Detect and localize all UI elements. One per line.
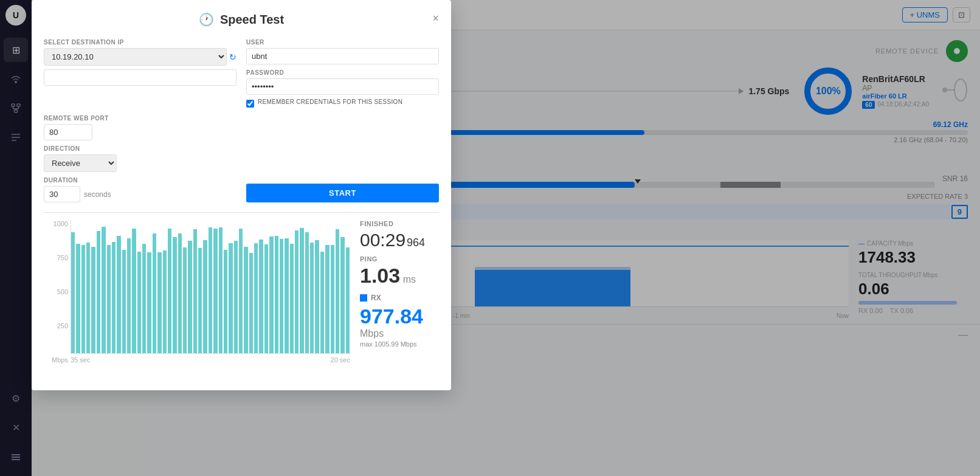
duration-unit: seconds (84, 190, 111, 199)
results-area: 1000 750 500 250 Mbps 35 sec 20 sec FINI… (44, 220, 439, 378)
chart-bar (234, 241, 238, 353)
ping-value: 1.03 (360, 264, 400, 287)
chart-bar (244, 247, 247, 353)
chart-bar (153, 233, 156, 353)
chart-bar (300, 228, 303, 353)
chart-bar (331, 245, 334, 353)
chart-bar (188, 241, 192, 354)
rx-color-box (360, 294, 367, 302)
chart-bar (193, 229, 197, 353)
chart-x-20: 20 sec (331, 356, 350, 364)
start-btn-group: START (246, 115, 439, 202)
start-button[interactable]: START (246, 184, 439, 202)
finished-label: FINISHED (360, 220, 439, 227)
password-input[interactable] (246, 78, 439, 95)
chart-bar (295, 230, 298, 353)
chart-bar (168, 229, 171, 353)
speed-row: 977.84 Mbps (360, 305, 439, 339)
modal-title: Speed Test (220, 13, 284, 27)
speed-test-modal: 🕐 Speed Test × SELECT DESTINATION IP 10.… (32, 0, 451, 390)
port-label: REMOTE WEB PORT (44, 115, 236, 122)
port-input[interactable] (44, 124, 92, 140)
max-label: max 1005.99 Mbps (360, 340, 439, 348)
chart-bar (147, 252, 151, 353)
chart-bar (76, 244, 80, 354)
chart-bar (137, 252, 141, 353)
chart-bar (249, 253, 253, 353)
chart-bar (269, 236, 273, 353)
chart-bar (336, 229, 339, 353)
chart-bar (183, 247, 187, 353)
chart-bar (203, 240, 207, 353)
speed-chart: 1000 750 500 250 Mbps 35 sec 20 sec (44, 220, 350, 378)
chart-bar (340, 237, 344, 353)
chart-bar (229, 243, 232, 353)
chart-bar (122, 250, 126, 353)
chart-y-mbps: Mbps (52, 356, 68, 364)
results-panel: FINISHED 00:29964 PING 1.03 ms RX 977.84… (360, 220, 439, 378)
chart-bar (219, 227, 223, 353)
chart-bar (320, 252, 324, 353)
chart-bar (173, 237, 176, 353)
chart-bar (163, 250, 167, 353)
form-row-1: SELECT DESTINATION IP 10.19.20.10 ↻ USER… (44, 39, 439, 108)
chart-bar (107, 245, 111, 353)
chart-y-750: 750 (57, 254, 68, 261)
direction-select[interactable]: Receive (44, 154, 117, 172)
chart-y-1000: 1000 (53, 220, 68, 227)
duration-label: DURATION (44, 177, 236, 184)
chart-bar (112, 242, 116, 353)
chart-canvas (71, 220, 350, 354)
chart-bar (97, 231, 100, 353)
chart-bar (71, 232, 75, 353)
chart-bar (198, 248, 202, 353)
chart-bar (117, 236, 120, 353)
direction-label: DIRECTION (44, 145, 236, 152)
chart-bar (127, 238, 131, 353)
chart-bar (280, 239, 283, 353)
dest-ip-group: SELECT DESTINATION IP 10.19.20.10 ↻ (44, 39, 236, 108)
remember-label: REMEMBER CREDENTIALS FOR THIS SESSION (258, 98, 402, 105)
user-label: USER (246, 39, 439, 46)
dest-ip-select[interactable]: 10.19.20.10 (44, 48, 227, 66)
dest-ip-input[interactable] (44, 69, 236, 86)
chart-bar (346, 247, 350, 353)
chart-bar (239, 229, 243, 353)
refresh-icon[interactable]: ↻ (229, 52, 236, 62)
chart-bar (209, 227, 212, 353)
ping-label: PING (360, 255, 439, 263)
chart-bar (178, 233, 182, 353)
chart-bar (305, 232, 309, 353)
chart-x-labels: 35 sec 20 sec (71, 356, 350, 364)
rx-label: RX (371, 294, 381, 302)
chart-bar (142, 244, 146, 353)
chart-bar (325, 245, 329, 353)
chart-y-500: 500 (57, 288, 68, 295)
chart-bar (91, 247, 95, 353)
port-direction-duration-group: REMOTE WEB PORT DIRECTION Receive DURATI… (44, 115, 236, 202)
time-ms: 964 (407, 236, 425, 249)
chart-bar (310, 243, 314, 353)
chart-bar (81, 245, 85, 353)
chart-bar (157, 252, 161, 353)
form-divider (44, 212, 439, 213)
chart-bar (132, 229, 136, 353)
chart-bar (86, 243, 90, 353)
rx-row: RX (360, 294, 439, 302)
chart-bar (290, 244, 294, 353)
finished-time: 00:29964 (360, 230, 439, 250)
modal-overlay: 🕐 Speed Test × SELECT DESTINATION IP 10.… (0, 0, 980, 476)
modal-header: 🕐 Speed Test × (44, 12, 439, 27)
modal-close-button[interactable]: × (432, 12, 439, 25)
user-group: USER PASSWORD REMEMBER CREDENTIALS FOR T… (246, 39, 439, 108)
ping-unit: ms (403, 274, 416, 285)
user-input[interactable] (246, 48, 439, 64)
remember-checkbox[interactable] (246, 100, 254, 108)
ping-value-row: 1.03 ms (360, 264, 439, 288)
duration-input[interactable] (44, 186, 80, 202)
chart-bar (254, 243, 258, 353)
chart-bar (259, 240, 263, 353)
speedtest-icon: 🕐 (199, 12, 214, 27)
speed-unit: Mbps (360, 328, 384, 339)
chart-bar (224, 250, 227, 353)
